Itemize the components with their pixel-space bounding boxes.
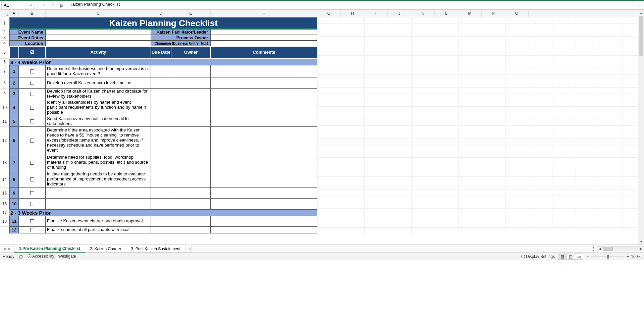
- zoom-out-button[interactable]: −: [587, 254, 589, 259]
- tab-nav-next[interactable]: ▶: [7, 246, 12, 251]
- formula-input[interactable]: Kaizen Planning Checklist: [67, 2, 635, 9]
- add-sheet-button[interactable]: ⊕: [185, 246, 192, 253]
- activity-text[interactable]: Finalize Kaizen event charter and obtain…: [46, 216, 151, 226]
- activity-due[interactable]: [151, 89, 171, 99]
- tab-options-button[interactable]: ⋮: [590, 246, 597, 251]
- row-header-1[interactable]: 1: [0, 17, 9, 29]
- activity-checkbox[interactable]: [19, 216, 46, 226]
- fx-button[interactable]: fx: [58, 2, 65, 9]
- activity-checkbox[interactable]: [19, 77, 46, 88]
- activity-due[interactable]: [151, 216, 171, 226]
- expand-formula-bar-button[interactable]: ⌄: [637, 2, 643, 9]
- activity-owner[interactable]: [171, 127, 211, 154]
- row-header-9[interactable]: 9: [0, 89, 9, 99]
- column-header-M[interactable]: M: [458, 10, 482, 17]
- activity-owner[interactable]: [171, 216, 211, 226]
- column-header-H[interactable]: H: [341, 10, 364, 17]
- activity-checkbox[interactable]: [19, 199, 46, 209]
- activity-due[interactable]: [151, 116, 171, 126]
- activity-due[interactable]: [151, 188, 171, 198]
- activity-comments[interactable]: [211, 65, 317, 77]
- activity-text[interactable]: Finalize names of all participants with …: [46, 227, 151, 233]
- row-header-3[interactable]: 3: [0, 35, 9, 41]
- activity-owner[interactable]: [171, 77, 211, 88]
- accept-formula-button[interactable]: ✓: [49, 2, 57, 9]
- horizontal-scrollbar[interactable]: ◀ ▶: [597, 246, 644, 251]
- row-header-17[interactable]: 17: [0, 209, 9, 216]
- column-header-F[interactable]: F: [211, 10, 317, 17]
- activity-due[interactable]: [151, 227, 171, 233]
- spreadsheet-area[interactable]: ABCDEFGHIJKLMNO Kaizen Planning Checklis…: [9, 10, 638, 245]
- scroll-down-button[interactable]: ▼: [638, 238, 644, 245]
- activity-checkbox[interactable]: [19, 154, 46, 171]
- activity-comments[interactable]: [211, 127, 317, 154]
- row-header-18[interactable]: 18: [0, 216, 9, 227]
- activity-owner[interactable]: [171, 188, 211, 198]
- sheet-tab[interactable]: 1.Pre Kaizen Planning Checklist: [14, 245, 85, 253]
- activity-comments[interactable]: [211, 188, 317, 198]
- column-header-E[interactable]: E: [171, 10, 211, 17]
- activity-owner[interactable]: [171, 116, 211, 126]
- activity-checkbox[interactable]: [19, 188, 46, 198]
- activity-owner[interactable]: [171, 99, 211, 116]
- meta-value-right[interactable]: [210, 35, 317, 41]
- activity-comments[interactable]: [211, 116, 317, 126]
- activity-owner[interactable]: [171, 171, 211, 187]
- column-header-A[interactable]: A: [9, 10, 19, 17]
- row-header-16[interactable]: 16: [0, 199, 9, 209]
- scroll-left-button[interactable]: ◀: [597, 247, 603, 251]
- column-header-J[interactable]: J: [388, 10, 411, 17]
- meta-value-left[interactable]: [46, 35, 151, 41]
- zoom-level[interactable]: 100%: [631, 254, 641, 259]
- activity-text[interactable]: [46, 188, 151, 198]
- column-header-D[interactable]: D: [151, 10, 171, 17]
- column-header-K[interactable]: K: [411, 10, 435, 17]
- row-header-14[interactable]: 14: [0, 171, 9, 188]
- display-settings-button[interactable]: 🖵 Display Settings: [521, 254, 555, 259]
- column-header-I[interactable]: I: [364, 10, 388, 17]
- scroll-thumb[interactable]: [639, 16, 643, 56]
- column-header-N[interactable]: N: [482, 10, 505, 17]
- activity-due[interactable]: [151, 199, 171, 209]
- scroll-up-button[interactable]: ▲: [638, 10, 644, 16]
- accessibility-status[interactable]: ⓘ Accessibility: Investigate: [28, 254, 76, 259]
- page-title[interactable]: Kaizen Planning Checklist: [9, 17, 317, 29]
- zoom-in-button[interactable]: +: [627, 254, 629, 259]
- row-header-10[interactable]: 10: [0, 99, 9, 116]
- page-break-view-button[interactable]: ▭: [575, 254, 583, 260]
- vertical-scrollbar[interactable]: ▲ ▼: [638, 10, 644, 245]
- activity-checkbox[interactable]: [19, 89, 46, 99]
- activity-checkbox[interactable]: [19, 171, 46, 187]
- activity-due[interactable]: [151, 171, 171, 187]
- activity-comments[interactable]: [211, 77, 317, 88]
- activity-owner[interactable]: [171, 199, 211, 209]
- activity-text[interactable]: Identify all stakeholders by name and ev…: [46, 99, 151, 116]
- activity-owner[interactable]: [171, 227, 211, 233]
- activity-owner[interactable]: [171, 65, 211, 77]
- activity-text[interactable]: Determine if the business need for impro…: [46, 65, 151, 77]
- cancel-formula-button[interactable]: ✕: [41, 2, 48, 9]
- activity-due[interactable]: [151, 65, 171, 77]
- meta-value-right[interactable]: [210, 41, 317, 46]
- row-header-5[interactable]: 5: [0, 46, 9, 59]
- activity-text[interactable]: Determine if the area associated with th…: [46, 127, 151, 154]
- activity-text[interactable]: Develop first draft of Kaizen charter an…: [46, 89, 151, 99]
- scroll-right-button[interactable]: ▶: [638, 247, 644, 251]
- row-header-7[interactable]: 7: [0, 65, 9, 77]
- hscroll-thumb[interactable]: [603, 247, 613, 251]
- activity-text[interactable]: Determine need for supplies, food, works…: [46, 154, 151, 171]
- activity-due[interactable]: [151, 154, 171, 171]
- column-header-L[interactable]: L: [435, 10, 458, 17]
- row-header-11[interactable]: 11: [0, 116, 9, 127]
- name-box[interactable]: A1 ▼: [1, 2, 35, 9]
- column-header-B[interactable]: B: [19, 10, 46, 17]
- page-layout-view-button[interactable]: ▤: [566, 254, 575, 260]
- row-header-4[interactable]: 4: [0, 41, 9, 46]
- row-header-6[interactable]: 6: [0, 59, 9, 65]
- chevron-down-icon[interactable]: ▼: [30, 4, 33, 7]
- empty-grid[interactable]: [317, 17, 638, 233]
- activity-due[interactable]: [151, 77, 171, 88]
- row-header-13[interactable]: 13: [0, 154, 9, 171]
- activity-checkbox[interactable]: [19, 99, 46, 116]
- row-header-2[interactable]: 2: [0, 29, 9, 35]
